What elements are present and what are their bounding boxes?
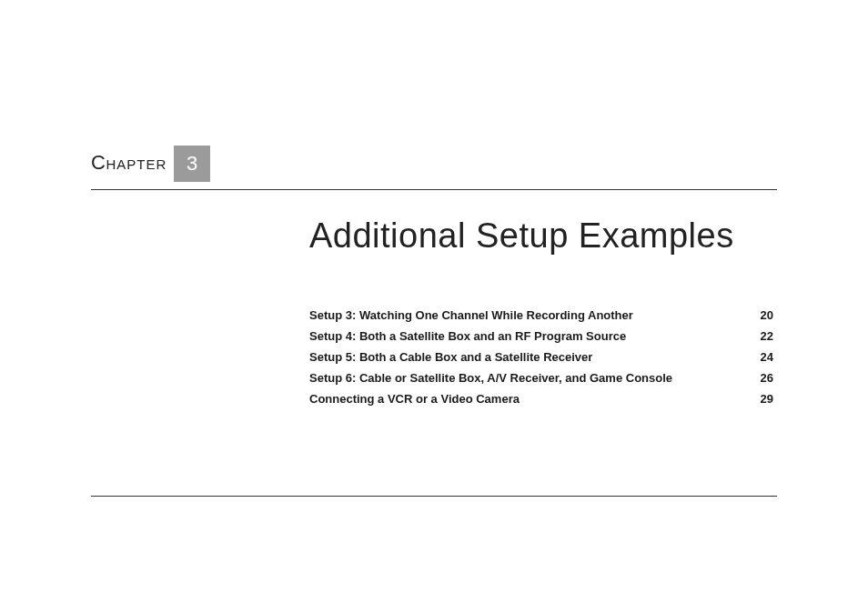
chapter-label-text: HAPTER [106,156,167,172]
table-of-contents: Setup 3: Watching One Channel While Reco… [309,305,773,409]
toc-entry-page: 24 [746,350,773,364]
toc-entry-page: 26 [746,371,773,385]
toc-entry-label: Setup 4: Both a Satellite Box and an RF … [309,329,626,343]
toc-row: Connecting a VCR or a Video Camera 29 [309,388,773,409]
document-page: CHAPTER 3 Additional Setup Examples Setu… [0,0,868,603]
toc-entry-label: Setup 6: Cable or Satellite Box, A/V Rec… [309,371,672,385]
page-title: Additional Setup Examples [309,216,777,256]
toc-entry-page: 29 [746,392,773,406]
toc-row: Setup 6: Cable or Satellite Box, A/V Rec… [309,367,773,388]
toc-entry-page: 22 [746,329,773,343]
toc-entry-label: Setup 5: Both a Cable Box and a Satellit… [309,350,592,364]
chapter-header: CHAPTER 3 [91,146,777,182]
divider-bottom [91,496,777,497]
chapter-number: 3 [187,152,197,176]
toc-row: Setup 5: Both a Cable Box and a Satellit… [309,347,773,367]
toc-entry-page: 20 [746,308,773,322]
divider-top [91,189,777,190]
chapter-label: CHAPTER [91,151,167,182]
toc-entry-label: Setup 3: Watching One Channel While Reco… [309,308,633,322]
chapter-number-box: 3 [174,146,210,182]
toc-row: Setup 4: Both a Satellite Box and an RF … [309,326,773,347]
toc-entry-label: Connecting a VCR or a Video Camera [309,392,520,406]
toc-row: Setup 3: Watching One Channel While Reco… [309,305,773,326]
